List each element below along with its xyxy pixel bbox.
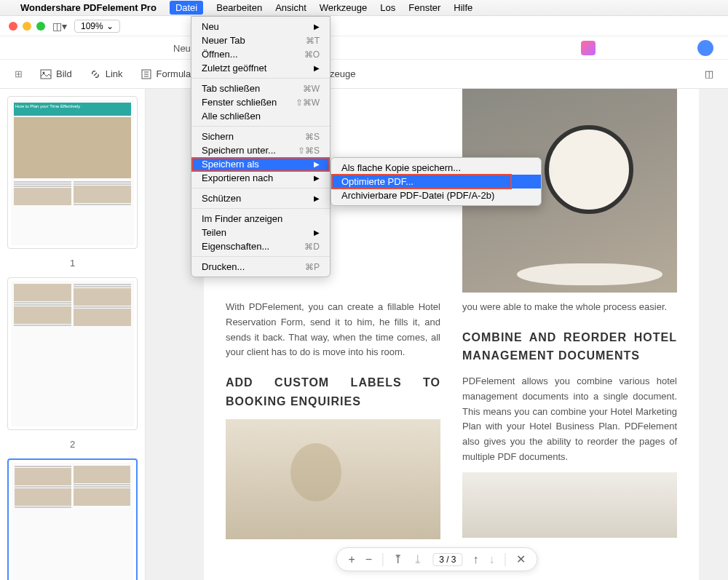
menu-item-alle-schlie-en[interactable]: Alle schließen [191, 109, 330, 123]
thumbnail-panel: How to Plan your Time Effectively 1 2 3 [0, 89, 146, 580]
doc-para-1: With PDFelement, you can create a fillab… [226, 300, 440, 360]
menu-item-eigenschaften-[interactable]: Eigenschaften...⌘D [191, 239, 330, 253]
thumbnail-1[interactable]: How to Plan your Time Effectively [7, 96, 138, 249]
doc-para-3: PDFelement allows you combine various ho… [462, 374, 677, 465]
menu-item-drucken-[interactable]: Drucken...⌘P [191, 260, 330, 274]
menu-item--ffnen-[interactable]: Öffnen...⌘O [191, 47, 330, 61]
tool-formular[interactable]: Formular [141, 68, 194, 80]
menu-ansicht[interactable]: Ansicht [275, 2, 306, 13]
submenu-item-optimierte-pdf-[interactable]: Optimierte PDF... [331, 175, 541, 188]
panel-toggle-icon[interactable]: ◫ [705, 68, 713, 79]
app-name: Wondershare PDFelement Pro [20, 2, 157, 13]
close-nav-button[interactable]: ✕ [516, 552, 526, 566]
menu-item-neu[interactable]: Neu▶ [191, 20, 330, 33]
page-navigator: + − ⤒ ⤓ 3 / 3 ↑ ↓ ✕ [336, 547, 537, 571]
doc-heading-2: COMBINE AND REORDER HOTEL MANAGEMENT DOC… [462, 328, 677, 365]
traffic-lights [9, 22, 45, 31]
menu-fenster[interactable]: Fenster [408, 2, 440, 13]
doc-image-right [462, 472, 677, 538]
menu-hilfe[interactable]: Hilfe [454, 2, 472, 13]
datei-menu: Neu▶Neuer Tab⌘TÖffnen...⌘OZuletzt geöffn… [191, 16, 331, 277]
tool-bild[interactable]: Bild [40, 68, 72, 80]
doc-heading-1: ADD CUSTOM LABELS TO BOOKING ENQUIRIES [226, 373, 440, 410]
maximize-button[interactable] [36, 22, 45, 31]
minimize-button[interactable] [23, 22, 31, 31]
menu-los[interactable]: Los [380, 2, 395, 13]
svg-rect-0 [41, 70, 51, 79]
menu-item-zuletzt-ge-ffnet[interactable]: Zuletzt geöffnet▶ [191, 61, 330, 75]
first-page-button[interactable]: ⤒ [393, 552, 403, 566]
last-page-button[interactable]: ⤓ [413, 552, 422, 566]
zoom-select[interactable]: 109%⌄ [74, 20, 120, 33]
sidebar-toggle-icon[interactable]: ◫▾ [52, 20, 67, 32]
menu-item-speichern-als[interactable]: Speichern als▶ [191, 157, 330, 171]
menu-bearbeiten[interactable]: Bearbeiten [216, 2, 262, 13]
zoom-in-button[interactable]: + [348, 553, 355, 566]
window-titlebar: ◫▾ 109%⌄ [0, 16, 728, 36]
doc-para-2: you were able to make the whole process … [462, 300, 677, 315]
menu-item-tab-schlie-en[interactable]: Tab schließen⌘W [191, 82, 330, 95]
speichern-als-submenu: Als flache Kopie speichern...Optimierte … [331, 157, 542, 206]
menu-item-teilen[interactable]: Teilen▶ [191, 226, 330, 239]
menu-item-fenster-schlie-en[interactable]: Fenster schließen⇧⌘W [191, 95, 330, 109]
zoom-out-button[interactable]: − [365, 553, 372, 566]
tabbar: Neuer Tab+ [0, 36, 728, 60]
thumb-label-1: 1 [7, 255, 138, 277]
thumbnail-2[interactable] [7, 277, 138, 430]
submenu-item-archivierbare-pdf-datei-pdf-a-b-[interactable]: Archivierbare PDF-Datei (PDF/A-2b) [331, 188, 541, 202]
next-page-button[interactable]: ↓ [489, 553, 495, 566]
menu-item-speichern-unter-[interactable]: Speichern unter...⇧⌘S [191, 143, 330, 157]
toolbar: ⊞ Bild Link Formular Schwärzen Werkzeuge… [0, 60, 728, 89]
menu-item-im-finder-anzeigen[interactable]: Im Finder anzeigen [191, 212, 330, 226]
apps-grid-icon[interactable]: ⊞ [15, 68, 23, 79]
prev-page-button[interactable]: ↑ [473, 553, 479, 566]
thumb-label-2: 2 [7, 436, 138, 458]
close-button[interactable] [9, 22, 17, 31]
user-avatar[interactable] [697, 40, 713, 56]
submenu-item-als-flache-kopie-speichern-[interactable]: Als flache Kopie speichern... [331, 161, 541, 175]
tool-link[interactable]: Link [90, 68, 123, 80]
menu-item-sichern[interactable]: Sichern⌘S [191, 130, 330, 143]
menu-item-sch-tzen[interactable]: Schützen▶ [191, 191, 330, 205]
menu-item-exportieren-nach[interactable]: Exportieren nach▶ [191, 171, 330, 185]
menu-werkzeuge[interactable]: Werkzeuge [320, 2, 368, 13]
doc-image-mid [226, 419, 440, 539]
thumbnail-3[interactable] [7, 458, 138, 580]
menu-item-neuer-tab[interactable]: Neuer Tab⌘T [191, 33, 330, 47]
app-badge-icon[interactable] [581, 41, 596, 55]
menu-datei[interactable]: Datei [170, 1, 203, 15]
mac-menubar: Wondershare PDFelement Pro Datei Bearbei… [0, 0, 728, 16]
page-indicator[interactable]: 3 / 3 [432, 553, 462, 566]
